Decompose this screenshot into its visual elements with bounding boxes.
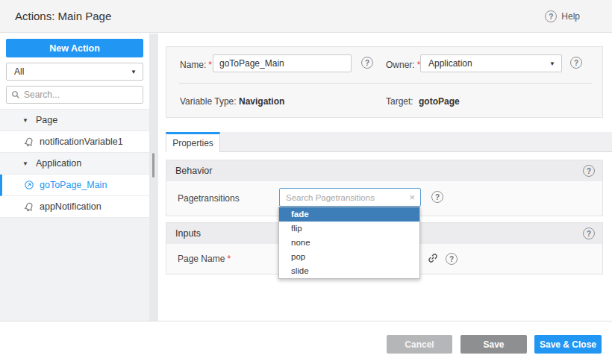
filter-value: All [14, 66, 24, 77]
new-action-button[interactable]: New Action [6, 39, 143, 57]
list-item-label: notificationVariable1 [40, 136, 123, 147]
navigation-icon [24, 180, 34, 190]
notification-bell-icon [24, 201, 34, 212]
cancel-button[interactable]: Cancel [387, 335, 452, 354]
page-title: Actions: Main Page [15, 0, 111, 33]
collapse-triangle-icon[interactable]: ▼ [22, 160, 30, 167]
chevron-down-icon: ▼ [131, 69, 137, 75]
action-detail-panel: Name:* ? Owner:* Application ▼ ? Variabl… [158, 34, 612, 321]
pagetransitions-dropdown: fade flip none pop slide [278, 207, 420, 279]
actions-sidebar: New Action All ▼ ▼ Page notificationVar [0, 34, 149, 321]
owner-help-icon[interactable]: ? [570, 57, 582, 69]
list-item-goToPage-Main[interactable]: goToPage_Main [0, 175, 149, 196]
name-field[interactable] [213, 54, 352, 72]
link-icon [425, 250, 442, 267]
option-flip[interactable]: flip [279, 222, 419, 236]
group-row-application[interactable]: ▼ Application [0, 153, 149, 175]
inputs-help-icon[interactable]: ? [583, 228, 595, 239]
pagetransitions-search-input[interactable] [286, 193, 406, 202]
actions-dialog: Actions: Main Page ? Help New Action All… [0, 0, 612, 364]
target-label: Target: [386, 96, 413, 107]
dialog-header: Actions: Main Page ? Help [0, 0, 612, 33]
clear-icon[interactable]: × [409, 192, 415, 202]
inputs-section-title: Inputs [175, 228, 201, 239]
divider [178, 83, 592, 84]
list-item-label: goToPage_Main [40, 180, 107, 190]
option-pop[interactable]: pop [279, 250, 419, 264]
action-summary-box: Name:* ? Owner:* Application ▼ ? Variabl… [166, 46, 603, 118]
group-row-page[interactable]: ▼ Page [0, 110, 149, 131]
search-icon [11, 90, 20, 99]
chevron-down-icon: ▼ [549, 60, 555, 67]
sidebar-search[interactable] [6, 86, 143, 104]
owner-label: Owner:* [386, 60, 420, 70]
list-item-label: appNotification [40, 201, 102, 212]
group-label: Application [36, 158, 81, 169]
owner-dropdown[interactable]: Application ▼ [420, 54, 562, 72]
pagetransitions-label: Pagetransitions [178, 193, 240, 204]
help-link[interactable]: ? Help [545, 10, 580, 22]
scrollbar-thumb[interactable] [152, 153, 154, 178]
search-input[interactable] [24, 90, 138, 100]
dialog-footer: Cancel Save Save & Close [0, 321, 612, 364]
group-label: Page [36, 115, 57, 125]
variable-type-label: Variable Type: [180, 96, 237, 107]
required-marker: * [227, 254, 231, 264]
pagetransitions-search[interactable]: × [279, 188, 421, 207]
behavior-help-icon[interactable]: ? [583, 165, 595, 177]
help-label: Help [561, 11, 580, 22]
filter-dropdown[interactable]: All ▼ [6, 63, 143, 81]
sidebar-scroll-gutter [149, 34, 158, 321]
save-button[interactable]: Save [460, 335, 527, 354]
list-item-notificationVariable1[interactable]: notificationVariable1 [0, 131, 149, 153]
variable-type-value: Navigation [239, 96, 284, 107]
name-label: Name:* [180, 60, 212, 70]
behavior-section-title: Behavior [175, 166, 212, 176]
option-slide[interactable]: slide [279, 264, 419, 278]
name-help-icon[interactable]: ? [361, 57, 373, 69]
option-none[interactable]: none [279, 236, 419, 250]
page-name-label: Page Name* [178, 254, 231, 264]
action-list: ▼ Page notificationVariable1 ▼ Applicati… [0, 109, 149, 218]
target-value: gotoPage [419, 96, 460, 107]
owner-value: Application [428, 58, 472, 69]
option-fade[interactable]: fade [279, 207, 419, 222]
pagetransitions-help-icon[interactable]: ? [431, 191, 443, 203]
collapse-triangle-icon[interactable]: ▼ [22, 117, 30, 124]
page-name-help-icon[interactable]: ? [446, 253, 458, 265]
required-marker: * [208, 60, 212, 70]
tab-properties[interactable]: Properties [166, 132, 220, 152]
list-item-appNotification[interactable]: appNotification [0, 196, 149, 218]
bind-variable-button[interactable] [427, 252, 439, 264]
save-and-close-button[interactable]: Save & Close [534, 335, 602, 354]
notification-bell-icon [24, 136, 34, 147]
tab-bar: Properties [166, 132, 612, 152]
help-icon: ? [545, 10, 557, 22]
